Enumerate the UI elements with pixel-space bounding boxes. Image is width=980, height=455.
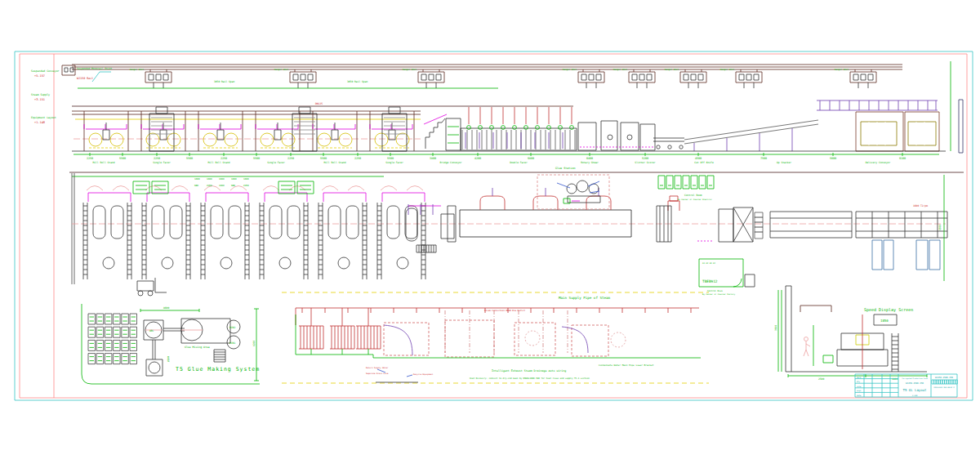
control-desk bbox=[707, 176, 714, 189]
detail-cell bbox=[731, 267, 735, 272]
paper-roll-plan bbox=[152, 206, 164, 239]
hanger-note: Hanger Unit bbox=[835, 69, 849, 71]
pipe-bracket bbox=[800, 306, 831, 312]
paper-roll-plan bbox=[270, 206, 282, 239]
overhead-rail bbox=[72, 65, 902, 69]
board-stack bbox=[908, 122, 936, 145]
steam-hook bbox=[480, 188, 505, 210]
bridge-chords bbox=[72, 111, 421, 114]
control-desk bbox=[666, 176, 673, 189]
glue-dim-top-value: 8600 bbox=[163, 306, 169, 310]
conveyor-band bbox=[515, 208, 519, 239]
dim-value: 5500 bbox=[320, 157, 327, 160]
equipment-outline bbox=[572, 325, 608, 356]
hanger-note: Hanger Unit bbox=[665, 69, 679, 71]
dim-value: 5500 bbox=[253, 157, 260, 160]
starch-pallet bbox=[130, 314, 137, 324]
station-name: Bridge Conveyor bbox=[439, 161, 461, 164]
glue-dim-top bbox=[140, 309, 199, 312]
paper-roll-plan bbox=[387, 206, 399, 239]
pipe-size-label: DN125 bbox=[315, 102, 323, 105]
red-label-text: Separate Drain Line bbox=[366, 372, 389, 375]
corrugating-unit bbox=[254, 111, 301, 151]
paper-roll bbox=[89, 133, 102, 146]
glue-tower-lines bbox=[448, 127, 459, 143]
note: Suspended Monorail Point bbox=[77, 67, 113, 70]
starch-pallet bbox=[130, 340, 137, 350]
dim-value: 5200 bbox=[642, 157, 648, 160]
plan-dim: 980 bbox=[231, 184, 235, 187]
starch-pallet bbox=[122, 327, 129, 337]
outfeed-conveyors bbox=[770, 212, 949, 238]
outer-border-cyan bbox=[15, 51, 973, 400]
corrugating-unit bbox=[368, 111, 416, 151]
margin-label-text: Steam Supply bbox=[31, 93, 50, 96]
paper-roll-plan bbox=[111, 206, 123, 239]
starch-pallet bbox=[88, 327, 96, 337]
paper-roll-plan bbox=[328, 206, 341, 239]
double-facer-base bbox=[461, 145, 577, 149]
plan-dim: 980 bbox=[194, 184, 198, 187]
cyan-leader bbox=[92, 72, 111, 82]
speed-display-label: Speed Display Screen bbox=[864, 307, 913, 313]
equipment-outlines bbox=[384, 320, 608, 357]
steam-hook bbox=[533, 188, 558, 210]
conveyor-band bbox=[569, 208, 573, 239]
margin-label-text: Suspended Conveyor bbox=[31, 69, 60, 73]
plan-right-dim-value: 6500 bbox=[938, 225, 942, 230]
display-value: 1850 bbox=[880, 319, 889, 323]
detail-cell bbox=[714, 267, 718, 272]
hanger-unit: Hanger Unit bbox=[130, 69, 172, 88]
dimension-values: 2250550022505500225055002250550022505500… bbox=[87, 153, 906, 160]
elevation-view: Hanger UnitHanger UnitHanger UnitHanger … bbox=[31, 61, 963, 164]
hanger-note: Hanger Unit bbox=[274, 69, 289, 71]
tbeb-detail-box: A1 A2 A3 A4 TBEB912 Control Desk By Cent… bbox=[699, 259, 755, 296]
plan-dim: 1600 bbox=[243, 177, 249, 181]
flow-arrow bbox=[867, 252, 871, 258]
tb-row-label: Mark bbox=[857, 377, 862, 379]
conveyor-band bbox=[597, 208, 601, 239]
tb-cell bbox=[956, 380, 958, 384]
forklift bbox=[137, 278, 167, 296]
dim-value: 2250 bbox=[220, 157, 227, 160]
tb-row-label: Zone bbox=[857, 386, 862, 388]
station-name: Mill Roll Stand bbox=[323, 161, 345, 164]
detail-caption: Control Desk bbox=[707, 290, 723, 292]
dim-value: 2250 bbox=[287, 157, 294, 160]
tb-project: Corrugated Production Line bbox=[902, 377, 928, 380]
plan-unit bbox=[377, 174, 425, 279]
cross-section-view: 3500 Speed Display Screen 1850 bbox=[774, 286, 927, 381]
dim-value: 4500 bbox=[695, 157, 702, 160]
starch-pallet bbox=[114, 354, 121, 364]
detail-cell bbox=[708, 267, 712, 272]
starch-pallet bbox=[105, 340, 112, 350]
hanger-note: Hanger Unit bbox=[563, 69, 577, 71]
wall-section bbox=[786, 286, 791, 372]
heater-coil bbox=[299, 308, 323, 355]
margin-elevation-code: +3.151 bbox=[34, 98, 45, 101]
control-room-label: Control Room bbox=[684, 194, 702, 197]
plan-dim: 2450 bbox=[207, 184, 212, 187]
conveyor-band bbox=[460, 208, 464, 239]
paper-roll bbox=[203, 133, 216, 146]
drainage-note: Heat Recovery: connect to dry-end main b… bbox=[470, 377, 590, 380]
condensate-main bbox=[296, 355, 701, 358]
station-name: Single Facer bbox=[385, 161, 403, 164]
starch-pallet bbox=[114, 327, 121, 337]
starch-pallet bbox=[114, 340, 121, 350]
tank-label: BCN2 bbox=[229, 326, 235, 329]
dim-value: 4200 bbox=[474, 157, 481, 160]
hanger-units: Hanger UnitHanger UnitHanger UnitHanger … bbox=[130, 69, 876, 88]
throughput-label: 1600 T2/pm bbox=[913, 204, 928, 207]
paper-roll bbox=[282, 133, 295, 146]
hanger-note: Hanger Unit bbox=[720, 69, 735, 71]
plan-dim: 2450 bbox=[243, 184, 249, 187]
hoist-cell bbox=[65, 68, 68, 72]
station-name: Delivery Conveyor bbox=[866, 161, 891, 164]
heater-coil bbox=[356, 308, 381, 355]
steam-conn-note: Steam Connection DN80 Dia Outlet bbox=[484, 310, 525, 312]
hanger-unit: Hanger Unit bbox=[665, 69, 706, 88]
fold-mark bbox=[3, 50, 11, 53]
hanger-note: Hanger Unit bbox=[130, 69, 145, 71]
pump-tag: WXBF bbox=[167, 356, 170, 362]
